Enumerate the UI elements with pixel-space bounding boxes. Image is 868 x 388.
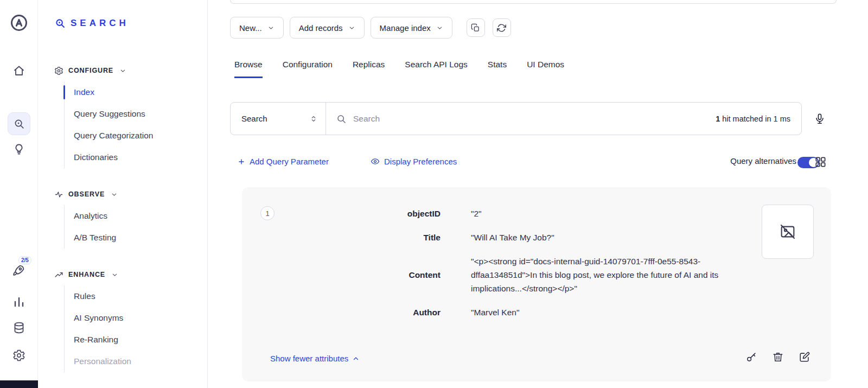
search-input[interactable]: [353, 114, 716, 124]
section-label: CONFIGURE: [68, 67, 113, 74]
product-logo-search[interactable]: SEARCH: [54, 17, 129, 29]
section-label: ENHANCE: [68, 271, 105, 278]
link-label: Show fewer attributes: [270, 354, 348, 363]
bar-chart-icon[interactable]: [12, 295, 25, 308]
sidebar-item-query-categorization[interactable]: Query Categorization: [65, 125, 202, 147]
new-button[interactable]: New...: [230, 17, 284, 39]
algolia-logo[interactable]: [9, 13, 29, 33]
database-icon[interactable]: [12, 321, 25, 334]
plus-icon: [238, 158, 245, 166]
refresh-icon: [497, 23, 506, 33]
layout-grid-button[interactable]: [814, 156, 827, 169]
search-mode-selector[interactable]: Search: [231, 103, 326, 135]
button-label: Add records: [299, 23, 343, 33]
chevron-up-icon: [352, 355, 360, 362]
display-preferences-link[interactable]: Display Preferences: [371, 157, 457, 166]
add-records-button[interactable]: Add records: [290, 17, 365, 39]
sort-stepper-icon: [309, 115, 318, 123]
hits-text: hit matched in 1 ms: [720, 115, 790, 123]
item-label: Re-Ranking: [74, 335, 118, 345]
gear-icon: [54, 66, 63, 75]
attribute-row: objectID "2": [242, 207, 831, 220]
search-icon: [13, 118, 25, 130]
add-query-parameter-link[interactable]: Add Query Parameter: [238, 157, 329, 166]
search-icon: [336, 113, 347, 124]
settings-gear-icon[interactable]: [12, 349, 25, 362]
voice-search-button[interactable]: [812, 111, 827, 127]
tab-ui-demos[interactable]: UI Demos: [527, 60, 564, 78]
home-icon[interactable]: [12, 64, 25, 77]
tab-replicas[interactable]: Replicas: [353, 60, 385, 78]
sidebar-item-index[interactable]: Index: [65, 81, 202, 103]
attribute-label: Author: [242, 308, 441, 317]
sidebar-item-personalization[interactable]: Personalization: [65, 351, 202, 372]
configure-list: Index Query Suggestions Query Categoriza…: [64, 81, 202, 168]
index-toolbar: New... Add records Manage index: [230, 17, 511, 39]
hits-summary: 1 hit matched in 1 ms: [716, 115, 790, 123]
button-label: New...: [239, 23, 262, 33]
copy-index-button[interactable]: [467, 18, 485, 37]
show-fewer-attributes-link[interactable]: Show fewer attributes: [270, 354, 360, 363]
attribute-value: "<p><strong id="docs-internal-guid-14079…: [471, 255, 755, 295]
query-alternatives-label: Query alternatives: [730, 156, 796, 166]
sidebar-item-rules[interactable]: Rules: [65, 285, 202, 307]
edit-record-button[interactable]: [799, 351, 810, 363]
manage-index-button[interactable]: Manage index: [371, 17, 452, 39]
tab-browse[interactable]: Browse: [234, 60, 263, 78]
search-bar: Search 1 hit matched in 1 ms: [230, 102, 802, 135]
sidebar-item-ai-synonyms[interactable]: AI Synonyms: [65, 307, 202, 329]
item-label: Analytics: [74, 211, 107, 221]
trending-up-icon: [54, 270, 63, 279]
usage-badge: 2/5: [18, 256, 31, 264]
sidebar-header-configure[interactable]: CONFIGURE: [54, 64, 202, 77]
delete-record-button[interactable]: [772, 351, 784, 363]
sidebar-item-analytics[interactable]: Analytics: [65, 205, 202, 227]
sidebar-section-observe: OBSERVE Analytics A/B Testing: [54, 188, 202, 249]
attribute-row: Content "<p><strong id="docs-internal-gu…: [242, 255, 831, 295]
sidebar-item-query-suggestions[interactable]: Query Suggestions: [65, 103, 202, 125]
image-placeholder: [762, 205, 814, 259]
observe-list: Analytics A/B Testing: [64, 205, 202, 249]
sidebar-section-configure: CONFIGURE Index Query Suggestions Query …: [54, 64, 202, 168]
sidebar-item-re-ranking[interactable]: Re-Ranking: [65, 329, 202, 351]
copy-icon: [471, 23, 480, 33]
promote-key-button[interactable]: [745, 351, 757, 363]
sidebar-item-ab-testing[interactable]: A/B Testing: [65, 227, 202, 249]
item-label: Dictionaries: [74, 152, 118, 162]
sidebar-section-enhance: ENHANCE Rules AI Synonyms Re-Ranking Per…: [54, 268, 202, 372]
hit-card: 1 objectID "2" Title "Will AI Take My Jo…: [242, 187, 831, 381]
attribute-row: Title "Will AI Take My Job?": [242, 231, 831, 244]
eye-icon: [371, 157, 380, 166]
button-label: Manage index: [380, 23, 431, 33]
key-icon: [745, 351, 757, 363]
recommend-lightbulb-icon[interactable]: [12, 143, 25, 156]
tab-configuration[interactable]: Configuration: [283, 60, 333, 78]
enhance-list: Rules AI Synonyms Re-Ranking Personaliza…: [64, 285, 202, 372]
edit-pencil-icon: [799, 351, 810, 363]
item-label: AI Synonyms: [74, 313, 123, 323]
attribute-label: Content: [242, 270, 441, 280]
attribute-value: "2": [471, 207, 755, 220]
chevron-down-icon: [436, 24, 443, 31]
attribute-value: "Marvel Ken": [471, 306, 755, 319]
grid-icon: [814, 156, 827, 168]
tab-stats[interactable]: Stats: [488, 60, 507, 78]
microphone-icon: [814, 112, 826, 125]
rail-footer-strip: [0, 380, 38, 388]
main-content: New... Add records Manage index: [208, 0, 868, 388]
hit-actions: [745, 351, 810, 363]
index-tabs: Browse Configuration Replicas Search API…: [234, 60, 564, 78]
sidebar: SEARCH CONFIGURE Index Query Suggestions…: [38, 0, 208, 388]
sidebar-item-dictionaries[interactable]: Dictionaries: [65, 147, 202, 168]
item-label: Index: [74, 87, 94, 97]
algolia-dashboard: 2/5: [0, 0, 868, 388]
search-nav-active[interactable]: [8, 112, 30, 135]
product-name: SEARCH: [71, 18, 129, 29]
refresh-button[interactable]: [493, 18, 511, 37]
item-label: Rules: [74, 291, 95, 301]
sidebar-header-observe[interactable]: OBSERVE: [54, 188, 202, 201]
tab-search-api-logs[interactable]: Search API Logs: [405, 60, 467, 78]
attribute-value: "Will AI Take My Job?": [471, 231, 755, 244]
sidebar-header-enhance[interactable]: ENHANCE: [54, 268, 202, 281]
rocket-icon[interactable]: [12, 264, 25, 277]
